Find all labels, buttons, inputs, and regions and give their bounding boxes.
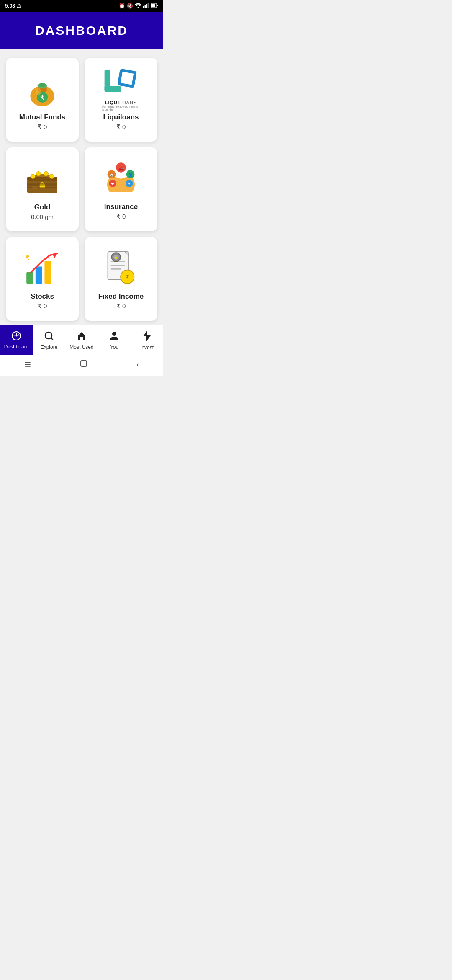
svg-rect-40 [44, 261, 51, 284]
svg-rect-39 [36, 267, 42, 284]
card-mutual-funds[interactable]: ₹ Mutual Funds ₹ 0 [6, 58, 79, 142]
mutual-funds-icon: ₹ [23, 70, 61, 108]
svg-point-21 [36, 171, 41, 176]
svg-rect-2 [145, 5, 146, 8]
gold-value: 0.00 gm [31, 213, 54, 220]
home-button[interactable] [80, 359, 88, 370]
liquiloans-icon: LIQUILOANS For every Borrower, there is … [102, 70, 140, 108]
status-right: ⏰ 🔇 [119, 3, 158, 9]
mutual-funds-title: Mutual Funds [19, 113, 65, 121]
svg-marker-62 [143, 330, 151, 341]
svg-line-57 [13, 334, 15, 335]
liquiloans-title: Liquiloans [103, 113, 139, 121]
svg-line-60 [51, 338, 53, 340]
card-gold[interactable]: Gold 0.00 gm [6, 147, 79, 231]
svg-point-11 [39, 83, 46, 87]
svg-rect-1 [143, 6, 144, 8]
svg-text:★: ★ [114, 255, 118, 260]
card-fixed-income[interactable]: ₹ ★ Fixed Income ₹ 0 [85, 237, 157, 321]
nav-you[interactable]: You [98, 325, 131, 355]
signal-icon [143, 3, 149, 9]
svg-rect-4 [148, 3, 149, 8]
svg-rect-6 [151, 4, 155, 7]
system-nav: ☰ ‹ [0, 355, 163, 376]
nav-you-label: You [110, 344, 118, 350]
svg-point-0 [138, 7, 139, 8]
gold-title: Gold [34, 203, 51, 211]
svg-rect-63 [81, 361, 87, 366]
svg-point-27 [32, 186, 38, 189]
battery-icon [151, 3, 158, 9]
warning-icon: ⚠ [17, 3, 21, 9]
recent-apps-button[interactable]: ☰ [24, 360, 31, 369]
fixed-income-title: Fixed Income [98, 292, 144, 301]
card-insurance[interactable]: 🚗 🏠 👤 ❤ + Insurance ₹ 0 [85, 147, 157, 231]
alarm-icon: ⏰ [119, 3, 125, 9]
card-stocks[interactable]: ₹ Stocks ₹ 0 [6, 237, 79, 321]
fixed-income-icon: ₹ ★ [102, 250, 140, 287]
back-button[interactable]: ‹ [136, 360, 139, 369]
svg-point-14 [36, 88, 41, 96]
nav-most-used[interactable]: Most Used [65, 325, 98, 355]
svg-text:₹: ₹ [26, 254, 29, 261]
mutual-funds-value: ₹ 0 [38, 123, 47, 131]
mute-icon: 🔇 [127, 3, 133, 9]
bolt-icon [143, 330, 151, 343]
nav-invest-label: Invest [140, 345, 154, 351]
svg-rect-46 [111, 268, 121, 270]
svg-text:🚗: 🚗 [118, 165, 124, 171]
header: DASHBOARD [0, 12, 163, 49]
nav-dashboard[interactable]: Dashboard [0, 325, 33, 355]
nav-dashboard-label: Dashboard [4, 344, 29, 350]
svg-point-20 [31, 174, 35, 178]
svg-point-61 [112, 332, 116, 336]
svg-rect-17 [119, 70, 135, 86]
svg-point-23 [49, 174, 54, 178]
svg-text:+: + [128, 182, 130, 186]
nav-most-used-label: Most Used [69, 344, 93, 350]
person-icon [110, 331, 119, 343]
status-bar: 5:08 ⚠ ⏰ 🔇 [0, 0, 163, 12]
card-liquiloans[interactable]: LIQUILOANS For every Borrower, there is … [85, 58, 157, 142]
svg-point-22 [44, 171, 49, 176]
status-left: 5:08 ⚠ [5, 3, 21, 9]
cards-grid: ₹ Mutual Funds ₹ 0 LI [6, 58, 157, 321]
liquiloans-value: ₹ 0 [116, 123, 126, 131]
svg-text:👤: 👤 [128, 172, 134, 178]
stocks-icon: ₹ [23, 250, 61, 287]
time-display: 5:08 [5, 3, 15, 9]
insurance-value: ₹ 0 [116, 213, 126, 220]
svg-text:₹: ₹ [40, 94, 44, 101]
wifi-icon [135, 3, 141, 9]
gold-icon [23, 160, 61, 198]
nav-invest[interactable]: Invest [131, 325, 163, 355]
home-icon [77, 331, 87, 343]
svg-text:🏠: 🏠 [109, 172, 115, 178]
svg-rect-16 [105, 86, 121, 92]
svg-rect-3 [146, 4, 147, 8]
svg-text:₹: ₹ [126, 274, 129, 281]
nav-explore[interactable]: Explore [33, 325, 65, 355]
stocks-value: ₹ 0 [38, 302, 47, 310]
svg-rect-7 [157, 5, 158, 6]
svg-rect-45 [111, 265, 125, 266]
svg-rect-38 [26, 272, 33, 284]
main-content: ₹ Mutual Funds ₹ 0 LI [0, 49, 163, 325]
insurance-title: Insurance [104, 203, 138, 211]
page-title: DASHBOARD [7, 23, 157, 38]
fixed-income-value: ₹ 0 [116, 302, 126, 310]
svg-text:❤: ❤ [111, 182, 114, 186]
stocks-title: Stocks [31, 292, 54, 301]
explore-icon [44, 331, 54, 343]
bottom-nav: Dashboard Explore Most Used You [0, 325, 163, 355]
svg-rect-25 [27, 183, 57, 186]
nav-explore-label: Explore [41, 344, 58, 350]
insurance-icon: 🚗 🏠 👤 ❤ + [102, 160, 140, 198]
dashboard-icon [11, 331, 22, 342]
